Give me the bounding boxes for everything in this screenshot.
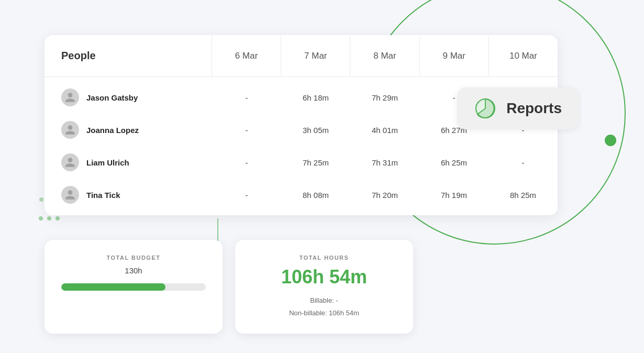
table-row: Liam Ulrich - 7h 25m 7h 31m 6h 25m - (45, 146, 558, 179)
time-4-2: 7h 20m (350, 191, 419, 200)
date-col-2: 7 Mar (281, 36, 350, 76)
total-budget-value: 130h (61, 266, 206, 275)
green-dot-accent (605, 135, 616, 146)
person-name-1: Jason Gatsby (86, 93, 138, 102)
progress-bar-background (61, 283, 206, 291)
person-cell-3: Liam Ulrich (45, 153, 212, 171)
billable-label: Billable: - (310, 296, 338, 304)
avatar-tina (61, 186, 79, 204)
total-hours-detail: Billable: - Non-billable: 106h 54m (252, 294, 396, 319)
decorative-dot-single (39, 197, 43, 202)
avatar-jason (61, 89, 79, 106)
time-1-1: 6h 18m (281, 93, 350, 102)
person-cell-2: Joanna Lopez (45, 121, 212, 139)
time-3-1: 7h 25m (281, 158, 350, 167)
total-hours-card: TOTAL HOURS 106h 54m Billable: - Non-bil… (235, 240, 413, 334)
time-1-2: 7h 29m (350, 93, 419, 102)
time-4-4: 8h 25m (488, 191, 558, 200)
time-4-3: 7h 19m (419, 191, 488, 200)
total-budget-title: TOTAL BUDGET (61, 255, 206, 261)
time-3-3: 6h 25m (419, 158, 488, 167)
person-name-4: Tina Tick (86, 191, 120, 200)
time-4-1: 8h 08m (281, 191, 350, 200)
avatar-joanna (61, 121, 79, 139)
date-col-3: 8 Mar (350, 36, 419, 76)
time-4-0: - (212, 191, 281, 200)
person-cell-1: Jason Gatsby (45, 89, 212, 106)
time-2-2: 4h 01m (350, 126, 419, 135)
total-hours-value: 106h 54m (252, 266, 396, 288)
table-header: People 6 Mar 7 Mar 8 Mar 9 Mar 10 Mar (45, 35, 558, 77)
time-1-0: - (212, 93, 281, 102)
reports-badge[interactable]: Reports (457, 87, 579, 129)
total-budget-card: TOTAL BUDGET 130h (45, 240, 223, 334)
table-row: Tina Tick - 8h 08m 7h 20m 7h 19m 8h 25m (45, 179, 558, 211)
date-col-5: 10 Mar (489, 36, 558, 76)
person-cell-4: Tina Tick (45, 186, 212, 204)
time-3-0: - (212, 158, 281, 167)
progress-bar-fill (61, 283, 165, 291)
date-col-4: 9 Mar (420, 36, 489, 76)
total-hours-title: TOTAL HOURS (252, 255, 396, 261)
reports-pie-icon (474, 97, 497, 120)
people-column-header: People (45, 35, 212, 76)
person-name-3: Liam Ulrich (86, 158, 129, 167)
time-3-2: 7h 31m (350, 158, 419, 167)
date-col-1: 6 Mar (212, 36, 281, 76)
avatar-liam (61, 153, 79, 171)
time-2-0: - (212, 126, 281, 135)
time-3-4: - (488, 158, 558, 167)
reports-label: Reports (506, 100, 562, 117)
non-billable-label: Non-billable: 106h 54m (289, 309, 359, 317)
time-2-1: 3h 05m (281, 126, 350, 135)
bottom-cards: TOTAL BUDGET 130h TOTAL HOURS 106h 54m B… (45, 240, 413, 334)
person-name-2: Joanna Lopez (86, 126, 139, 135)
